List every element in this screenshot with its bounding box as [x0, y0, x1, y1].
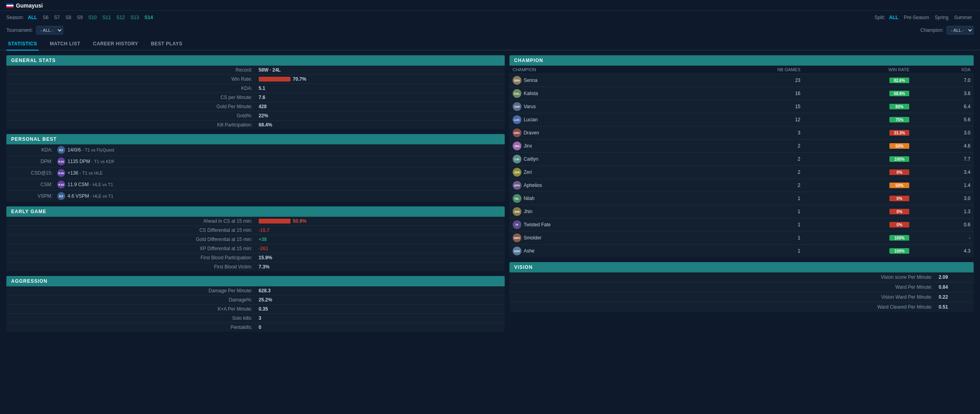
champ-name: Nilah [524, 196, 535, 201]
stats-row-record: Record: 58W · 24L [6, 66, 505, 75]
vision-row-wpm: Ward Per Minute: 0.84 [509, 282, 974, 292]
champ-icon: ZER [513, 168, 521, 177]
pb-kda-value: EZ 14/0/6 · T1 vs FlyQuest [57, 146, 114, 154]
season-s14[interactable]: S14 [143, 14, 155, 21]
champ-name-cell: SMO Smolder [509, 231, 687, 245]
season-s6[interactable]: S6 [41, 14, 50, 21]
champ-icon: VAR [513, 102, 521, 111]
champ-name-cell: KAL Kalista [509, 87, 687, 100]
tab-statistics[interactable]: STATISTICS [6, 38, 39, 51]
champ-games: 3 [686, 126, 804, 140]
split-summer[interactable]: Summer [953, 14, 974, 21]
tab-match-list[interactable]: MATCH LIST [48, 38, 82, 51]
champ-kda: 3.8 [912, 87, 974, 100]
season-s9[interactable]: S9 [75, 14, 84, 21]
champ-name: Kalista [524, 91, 538, 96]
champion-section: Champion: - ALL - [920, 26, 974, 35]
split-preseason[interactable]: Pre-Season [903, 14, 931, 21]
col-kda: KDA [912, 66, 974, 74]
champ-icon: DRV [513, 128, 521, 137]
champ-name-cell: ZER Zeri [509, 166, 687, 179]
goldpct-value: 22% [259, 113, 502, 119]
pb-row-kda: KDA: EZ 14/0/6 · T1 vs FlyQuest [6, 144, 505, 156]
tab-career-history[interactable]: CAREER HISTORY [91, 38, 140, 51]
vspm-label: Vision score Per Minute: [513, 274, 939, 280]
aggression-body: Damage Per Minute: 628.3 Damage%: 25.2% … [6, 286, 505, 332]
champion-dropdown[interactable]: - ALL - [947, 26, 974, 35]
season-section: Season: ALL S6 S7 S8 S9 S10 S11 S12 S13 … [6, 14, 155, 21]
kda-label: KDA: [10, 86, 259, 91]
champ-icon: LUC [513, 115, 521, 124]
gold-diff-label: Gold Differential at 15 min: [10, 237, 259, 242]
penta-value: 0 [259, 325, 502, 330]
ahead-cs-value: 50.9% [259, 218, 502, 224]
champ-wr: 50% [804, 179, 912, 192]
stats-row-kp: Kill Participation: 68.4% [6, 121, 505, 129]
champ-kda: 4.6 [912, 140, 974, 153]
kda-value: 5.1 [259, 86, 502, 91]
vision-row-vwpm: Vision Ward Per Minute: 0.22 [509, 292, 974, 302]
season-s11[interactable]: S11 [101, 14, 112, 21]
champ-icon: SMO [513, 233, 521, 242]
table-row: ZER Zeri 2 0% 3.4 [509, 166, 974, 179]
champ-name-cell: CAI Caitlyn [509, 153, 687, 166]
split-label: Split: [875, 15, 885, 20]
tournament-dropdown[interactable]: - ALL - [36, 26, 63, 35]
wpm-value: 0.84 [939, 284, 970, 290]
solo-label: Solo kills: [10, 315, 259, 321]
champ-games: 1 [686, 245, 804, 258]
wpm-label: Ward Per Minute: [513, 284, 939, 290]
pb-csd-value: KAI +136 · T1 vs HLE [57, 169, 103, 177]
champ-wr: 0% [804, 166, 912, 179]
pb-row-vspm: VSPM: EZ 4.6 VSPM · HLE vs T1 [6, 190, 505, 202]
tab-best-plays[interactable]: BEST PLAYS [149, 38, 184, 51]
personal-best-panel: PERSONAL BEST KDA: EZ 14/0/6 · T1 vs Fly… [6, 134, 505, 202]
tournament-section: Tournament: - ALL - [6, 26, 63, 35]
early-game-header: EARLY GAME [6, 206, 505, 217]
champ-wr: 75% [804, 113, 912, 126]
stats-row-kda: KDA: 5.1 [6, 84, 505, 93]
winrate-value: 70.7% [259, 76, 502, 82]
pb-vspm-label: VSPM: [10, 193, 57, 199]
xp-diff-value: -261 [259, 246, 502, 251]
champ-wr: 68.8% [804, 87, 912, 100]
split-section: Split: ALL Pre-Season Spring Summer [875, 14, 974, 21]
table-row: VAR Varus 15 80% 6.4 [509, 100, 974, 113]
champ-name-cell: NIL Nilah [509, 192, 687, 205]
agg-row-kapa: K+A Per Minute: 0.35 [6, 305, 505, 314]
champ-icon: TF [513, 220, 521, 229]
early-game-body: Ahead in CS at 15 min: 50.9% CS Differen… [6, 217, 505, 271]
season-s7[interactable]: S7 [52, 14, 62, 21]
champ-games: 1 [686, 231, 804, 245]
eg-row-fb-victim: First Blood Victim: 7.3% [6, 262, 505, 271]
champion-label: Champion: [920, 27, 943, 33]
table-row: DRV Draven 3 33.3% 3.0 [509, 126, 974, 140]
wcpm-label: Ward Cleared Per Minute: [513, 304, 939, 310]
dpm-value: 628.3 [259, 288, 502, 293]
champ-name-cell: JHN Jhin [509, 205, 687, 218]
vwpm-value: 0.22 [939, 294, 970, 300]
filter-bar: Season: ALL S6 S7 S8 S9 S10 S11 S12 S13 … [0, 11, 980, 24]
pb-csm-value: KAI 11.9 CSM · HLE vs T1 [57, 181, 113, 189]
col-games: NB GAMES [686, 66, 804, 74]
pb-vspm-value: EZ 4.6 VSPM · HLE vs T1 [57, 192, 113, 200]
split-all[interactable]: ALL [887, 14, 900, 21]
season-all[interactable]: ALL [26, 14, 39, 21]
penta-label: Pentakills: [10, 325, 259, 330]
season-s10[interactable]: S10 [87, 14, 98, 21]
season-s8[interactable]: S8 [64, 14, 73, 21]
gold-diff-value: +38 [259, 237, 502, 242]
tabs-bar: STATISTICS MATCH LIST CAREER HISTORY BES… [0, 38, 980, 51]
split-spring[interactable]: Spring [933, 14, 950, 21]
season-s13[interactable]: S13 [129, 14, 140, 21]
pb-row-csm: CSM: KAI 11.9 CSM · HLE vs T1 [6, 179, 505, 190]
season-s12[interactable]: S12 [115, 14, 126, 21]
champ-games: 15 [686, 100, 804, 113]
pb-csm-icon: KAI [57, 181, 65, 189]
champion-stats-panel: CHAMPION CHAMPION NB GAMES WIN RATE KDA [509, 55, 974, 257]
champ-kda: 3.4 [912, 166, 974, 179]
champ-name-cell: ASH Ashe [509, 245, 687, 258]
champ-wr: 100% [804, 245, 912, 258]
champ-icon: ASH [513, 247, 521, 255]
pb-csd-label: CSD@15: [10, 170, 57, 176]
